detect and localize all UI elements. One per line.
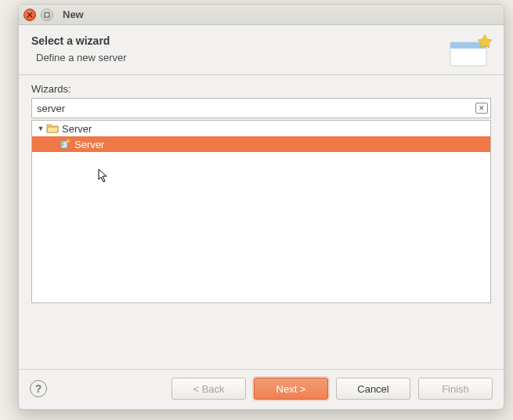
wizard-filter-input[interactable] xyxy=(31,98,491,118)
dialog-content: Wizards: ✕ ▼ Server xyxy=(19,75,504,369)
page-subtitle: Define a new server xyxy=(36,52,491,63)
svg-rect-0 xyxy=(45,13,49,17)
svg-point-6 xyxy=(67,139,70,143)
help-button[interactable]: ? xyxy=(30,380,47,397)
close-icon[interactable] xyxy=(23,9,36,21)
chevron-down-icon[interactable]: ▼ xyxy=(37,125,45,132)
svg-rect-5 xyxy=(62,144,63,146)
folder-icon xyxy=(46,123,59,134)
page-title: Select a wizard xyxy=(31,34,491,47)
cancel-button[interactable]: Cancel xyxy=(336,378,410,400)
server-icon xyxy=(59,139,71,150)
clear-filter-icon[interactable]: ✕ xyxy=(475,103,488,114)
wizards-label: Wizards: xyxy=(31,83,491,95)
button-bar: ? < Back Next > Cancel Finish xyxy=(19,369,504,409)
wizard-banner-icon xyxy=(446,31,494,71)
finish-button[interactable]: Finish xyxy=(418,378,493,400)
svg-rect-4 xyxy=(62,142,63,143)
tree-category-label: Server xyxy=(62,123,92,135)
next-button[interactable]: Next > xyxy=(254,378,328,400)
tree-category-server[interactable]: ▼ Server xyxy=(32,121,490,136)
tree-item-label: Server xyxy=(74,139,104,150)
dialog-header: Select a wizard Define a new server xyxy=(19,25,504,75)
minimize-icon[interactable] xyxy=(41,9,53,21)
tree-item-server[interactable]: Server xyxy=(32,136,490,152)
search-wrap: ✕ xyxy=(31,98,491,118)
wizard-tree[interactable]: ▼ Server Ser xyxy=(31,120,491,303)
window-title: New xyxy=(63,9,84,20)
back-button[interactable]: < Back xyxy=(172,378,246,400)
new-wizard-dialog: New Select a wizard Define a new server … xyxy=(18,4,504,410)
titlebar[interactable]: New xyxy=(19,5,504,25)
